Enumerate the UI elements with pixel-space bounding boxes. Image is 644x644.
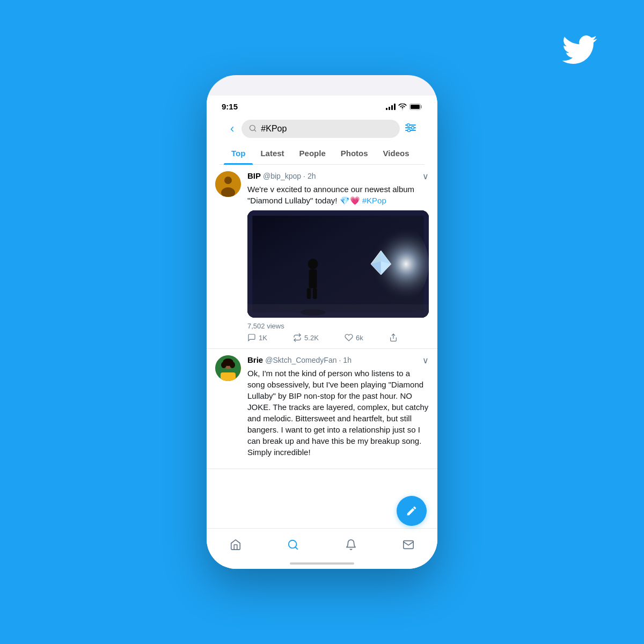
nav-search[interactable] bbox=[280, 534, 306, 555]
tab-people[interactable]: People bbox=[292, 142, 333, 164]
twitter-logo bbox=[558, 32, 601, 67]
svg-point-6 bbox=[407, 123, 410, 126]
tweet-name-brie: Brie bbox=[247, 355, 263, 364]
wifi-icon bbox=[398, 104, 407, 110]
tweet-views-bip: 7,502 views bbox=[247, 322, 429, 330]
like-count-bip: 6k bbox=[356, 334, 363, 342]
nav-messages[interactable] bbox=[395, 534, 422, 555]
tweet-handle-bip: @bip_kpop bbox=[263, 172, 301, 180]
filter-button[interactable] bbox=[405, 123, 416, 135]
svg-rect-17 bbox=[309, 269, 317, 288]
svg-point-8 bbox=[408, 129, 411, 131]
tweet-body-bip: We're v excited to announce our newest a… bbox=[247, 184, 429, 206]
share-button-bip[interactable] bbox=[389, 333, 398, 342]
tab-videos[interactable]: Videos bbox=[376, 142, 417, 164]
tweet-time-bip: 2h bbox=[308, 172, 316, 180]
tweet-header-bip: BIP @bip_kpop · 2h ∨ bbox=[247, 171, 429, 181]
tweet-content-bip: BIP @bip_kpop · 2h ∨ We're v excited to … bbox=[247, 171, 429, 342]
search-icon bbox=[249, 125, 257, 134]
compose-button[interactable] bbox=[397, 496, 427, 526]
like-button-bip[interactable]: 6k bbox=[345, 333, 363, 342]
tweet-row-brie: Brie @Sktch_ComedyFan · 1h ∨ Ok, I'm not… bbox=[207, 349, 437, 469]
phone-notch bbox=[287, 75, 357, 91]
svg-point-30 bbox=[221, 362, 226, 368]
tabs-row: Top Latest People Photos Videos bbox=[219, 142, 425, 165]
battery-icon bbox=[409, 104, 422, 110]
tab-top[interactable]: Top bbox=[224, 142, 253, 164]
tab-photos[interactable]: Photos bbox=[333, 142, 376, 164]
status-time: 9:15 bbox=[222, 102, 238, 111]
svg-point-16 bbox=[308, 259, 318, 269]
tweet-more-bip[interactable]: ∨ bbox=[422, 171, 429, 181]
tweet-meta-brie: Brie @Sktch_ComedyFan · 1h bbox=[247, 355, 352, 364]
back-button[interactable]: ‹ bbox=[228, 120, 236, 138]
svg-rect-19 bbox=[313, 288, 317, 299]
svg-point-31 bbox=[230, 362, 235, 368]
tweet-header-brie: Brie @Sktch_ComedyFan · 1h ∨ bbox=[247, 355, 429, 365]
phone-frame: 9:15 ‹ bbox=[207, 75, 437, 569]
search-area: ‹ #KPop bbox=[219, 115, 425, 138]
svg-rect-27 bbox=[221, 372, 236, 381]
tweet-name-bip: BIP bbox=[247, 171, 261, 180]
svg-rect-24 bbox=[247, 304, 429, 318]
svg-rect-1 bbox=[411, 105, 420, 109]
tweet-row: BIP @bip_kpop · 2h ∨ We're v excited to … bbox=[207, 165, 437, 349]
search-bar[interactable]: #KPop bbox=[241, 120, 400, 138]
status-icons bbox=[386, 104, 422, 110]
nav-notifications[interactable] bbox=[338, 534, 364, 555]
hashtag-kpop[interactable]: #KPop bbox=[362, 196, 386, 205]
home-indicator bbox=[290, 562, 354, 565]
tweet-meta-bip: BIP @bip_kpop · 2h bbox=[247, 171, 316, 180]
avatar-brie bbox=[215, 355, 241, 381]
reply-button-bip[interactable]: 1K bbox=[247, 333, 267, 342]
nav-home[interactable] bbox=[222, 534, 249, 555]
signal-icon bbox=[386, 104, 396, 110]
svg-point-10 bbox=[224, 177, 232, 184]
phone-top: 9:15 ‹ bbox=[207, 96, 437, 165]
retweet-button-bip[interactable]: 5.2K bbox=[293, 333, 319, 342]
tab-latest[interactable]: Latest bbox=[253, 142, 291, 164]
search-query: #KPop bbox=[261, 124, 287, 134]
tweet-handle-brie: @Sktch_ComedyFan bbox=[265, 356, 336, 364]
retweet-count-bip: 5.2K bbox=[304, 334, 319, 342]
avatar-bip bbox=[215, 171, 241, 197]
tweet-more-brie[interactable]: ∨ bbox=[422, 355, 429, 365]
tweet-time-brie: 1h bbox=[343, 356, 352, 364]
svg-point-7 bbox=[412, 126, 414, 129]
reply-count-bip: 1K bbox=[259, 334, 267, 342]
tweet-feed: BIP @bip_kpop · 2h ∨ We're v excited to … bbox=[207, 165, 437, 528]
status-bar: 9:15 bbox=[219, 102, 425, 111]
tweet-content-brie: Brie @Sktch_ComedyFan · 1h ∨ Ok, I'm not… bbox=[247, 355, 429, 462]
tweet-actions-bip: 1K 5.2K bbox=[247, 333, 398, 342]
svg-rect-18 bbox=[307, 288, 311, 299]
tweet-body-brie: Ok, I'm not the kind of person who liste… bbox=[247, 368, 429, 458]
tweet-image-bip[interactable] bbox=[247, 210, 429, 318]
